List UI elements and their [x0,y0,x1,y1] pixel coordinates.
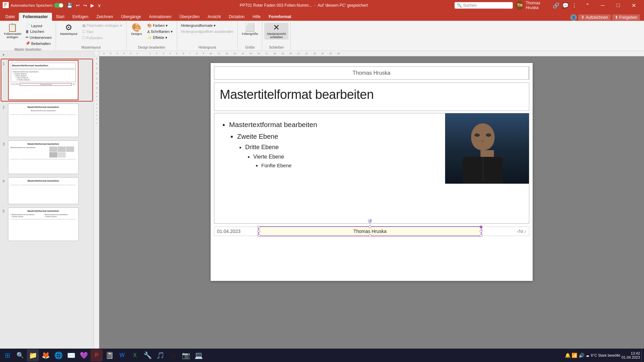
autosave-thumb [59,3,63,7]
ribbon-collapse-btn[interactable]: ⌃ [580,0,595,11]
platzhalter-icon: ▦ [82,23,86,28]
autosave-track[interactable] [54,3,63,8]
tab-zeichnen[interactable]: Zeichnen [92,13,117,21]
search-button[interactable]: 🔍 [14,349,26,361]
handle-tm[interactable] [369,226,371,228]
slide-thumbnail-5[interactable]: 5 Mastertitelformat bearbeiten • Mastert… [1,207,92,242]
save-icon[interactable]: 💾 [65,2,74,9]
hintergrundformate-btn[interactable]: Hintergrundformate ▾ [179,23,236,28]
tab-ueberpruefen[interactable]: Überprüfen [175,13,204,21]
footer-date: 01.04.2023 [217,229,240,234]
canvas-area[interactable]: Thomas Hruska Mastertitelformat bearbeit… [99,56,644,349]
hintergrundgrafiken-btn[interactable]: Hintergrundgrafiken ausblenden [179,29,236,34]
slide-title-box[interactable]: Mastertitelformat bearbeiten [214,82,529,111]
taskbar-ppt[interactable]: P [91,349,103,361]
effekte-btn[interactable]: ✨ Effekte ▾ [145,35,175,41]
taskbar-app1[interactable]: 🔧 [142,349,154,361]
folienmaster-einfuegen-btn[interactable]: 📋 Folienmaster einfügen [2,23,23,40]
slide-thumbnail-1[interactable]: 1 Mastertitelformat bearbeiten • Mastert… [1,59,92,101]
farben-btn[interactable]: 🎨 Farben ▾ [145,23,175,28]
taskbar-chrome[interactable]: 🌐 [52,349,64,361]
aufzeichnen-btn[interactable]: 🎙 Aufzeichnen [578,14,611,20]
slide-thumbnail-3[interactable]: 3 Mastertitelformat bearbeiten Mastertex… [1,140,92,175]
ribbon-group-masterlayout: ⚙ Masterlayout ▦ Platzhalter einfügen ▾ … [56,21,126,50]
user-avatar[interactable]: TH [516,1,524,10]
taskbar-files[interactable]: 📁 [27,349,39,361]
tab-einfuegen[interactable]: Einfügen [68,13,92,21]
tab-folienmaster[interactable]: Folienmaster [19,13,52,21]
qa-dropdown-icon[interactable]: ∨ [96,2,102,9]
loeschen-btn[interactable]: 🗑 Löschen [23,29,54,34]
start-button[interactable]: ⊞ [1,349,13,361]
freigeben-btn[interactable]: ⬆ Freigeben [612,14,640,20]
effekte-icon: ✨ [147,36,152,40]
platzhalter-btn: ▦ Platzhalter einfügen ▾ [80,23,124,28]
hintergrund-label: Hintergrund [199,45,216,49]
taskbar-clock[interactable]: 13:42 01.04.2023 [622,351,640,359]
tab-uebergaenge[interactable]: Übergänge [117,13,145,21]
app-icon: 🅿 [3,2,9,9]
taskbar-word[interactable]: W [116,349,128,361]
redo-icon[interactable]: ↪ [82,2,89,9]
umbenennen-btn[interactable]: ✏ Umbenennen [23,35,54,40]
groesse-label: Größe [245,45,255,49]
handle-ml[interactable] [258,230,260,233]
taskbar-onenote[interactable]: 📓 [103,349,115,361]
footer-date-box[interactable]: 01.04.2023 [214,227,258,236]
author-name-box[interactable]: Thomas Hruska [214,67,529,79]
undo-icon[interactable]: ↩ [74,2,81,9]
handle-mr[interactable] [480,230,482,233]
present-btn[interactable]: ⋮ [572,2,577,9]
present-icon[interactable]: ▶ [89,2,96,9]
slide-thumbnail-2[interactable]: 2 Mastertitelformat bearbeiten Mastertex… [1,103,92,138]
taskbar-app3[interactable]: 🖥 [167,349,179,361]
masteransicht-schliessen-btn[interactable]: ✕ Masteransicht schließen [264,23,288,40]
taskbar-app4[interactable]: 📷 [180,349,192,361]
handle-tr[interactable] [480,226,482,228]
tab-animationen[interactable]: Animationen [145,13,175,21]
share-icon[interactable]: 🔗 [553,2,559,9]
taskbar-app2[interactable]: 🎵 [154,349,166,361]
masterlayout-btn[interactable]: ⚙ Masterlayout [58,23,79,36]
tab-datei[interactable]: Datei [1,13,19,21]
autosave-toggle[interactable]: Automatisches Speichern [11,3,63,8]
farben-icon: 🎨 [147,23,152,28]
tab-start[interactable]: Start [52,13,68,21]
layout-btn[interactable]: 📄 Layout [23,23,54,28]
slide-panel[interactable]: ▾ 1 Mastertitelformat bearbeiten • Maste… [0,51,94,349]
tab-ansicht[interactable]: Ansicht [204,13,225,21]
taskbar-excel[interactable]: X [129,349,141,361]
tab-hilfe[interactable]: Hilfe [249,13,265,21]
beibehalten-btn[interactable]: 📌 Beibehalten [23,41,54,46]
taskbar-mail[interactable]: ✉️ [65,349,77,361]
handle-br[interactable] [480,234,482,237]
weather-icon: ☁ [586,353,589,358]
handle-bl[interactable] [258,234,260,237]
foliengroesse-btn[interactable]: ⬜ Foliengröße [240,23,260,36]
footer-num-box[interactable]: ‹Nr.› [482,227,529,236]
comments-icon[interactable]: 💬 [562,2,569,9]
tab-dictation[interactable]: Dictation [225,13,249,21]
schriftarten-icon: A [147,30,150,34]
minimize-btn[interactable]: ─ [595,0,610,11]
footer-name-box[interactable]: ↺ Thomas Hruska [258,226,482,236]
tab-formformat[interactable]: Formformat [265,13,295,21]
handle-bm[interactable] [369,234,371,237]
slide-thumbnail-4[interactable]: 4 Mastertitelformat bearbeiten [1,177,92,205]
schriftarten-btn[interactable]: A Schriftarten ▾ [145,29,175,35]
taskbar-firefox[interactable]: 🦊 [40,349,52,361]
maximize-btn[interactable]: □ [610,0,626,11]
show-desktop-btn[interactable] [641,349,643,361]
taskbar: ⊞ 🔍 📁 🦊 🌐 ✉️ 💜 P 📓 W X 🔧 🎵 🖥 📷 💻 [0,349,644,362]
designs-btn[interactable]: 🎨 Designs [128,23,145,36]
taskbar-app5[interactable]: 💻 [193,349,205,361]
handle-tl[interactable] [258,226,260,228]
slide-content-box[interactable]: Mastertextformat bearbeiten Zweite Ebene… [214,113,529,224]
rotate-handle[interactable]: ↺ [368,219,372,226]
title-bar: 🅿 Automatisches Speichern 💾 ↩ ↪ ▶ ∨ PPT0… [0,0,644,11]
taskbar-teams[interactable]: 💜 [78,349,90,361]
titel-checkbox: ☐ [82,29,86,34]
search-box[interactable]: 🔍 Suchen [454,2,513,9]
close-btn[interactable]: ✕ [626,0,641,11]
filename: PPT01 Roter Faden 003 Folien-Numm... [240,3,312,8]
